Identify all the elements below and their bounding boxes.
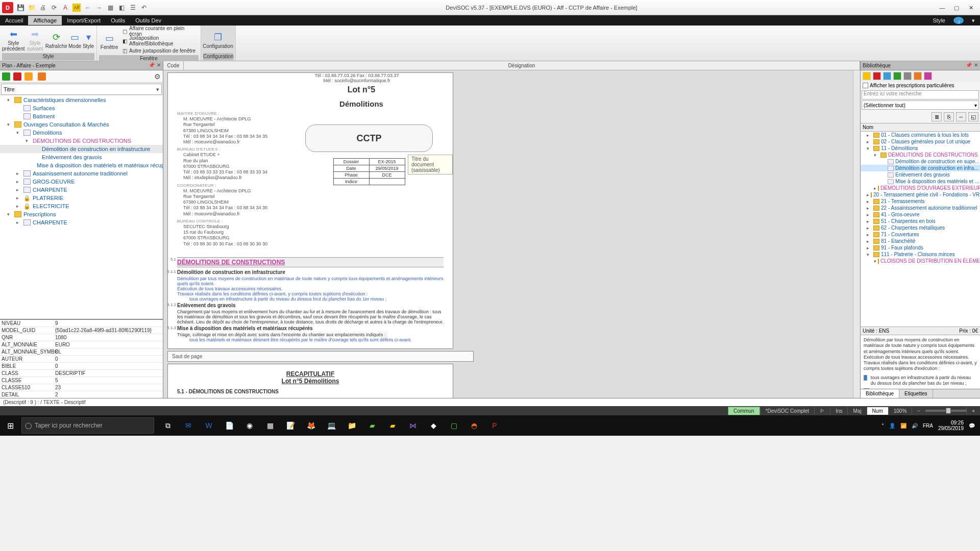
property-row[interactable]: CLASSE51023 bbox=[0, 384, 163, 391]
show-prescriptions-checkbox[interactable]: Afficher les prescriptions particulières bbox=[861, 82, 980, 89]
volume-icon[interactable]: 🔊 bbox=[912, 423, 918, 429]
tree-node[interactable]: ▸🔒PLATRERIE bbox=[0, 194, 163, 202]
bib-select-all[interactable]: (Sélectionner tout)▾ bbox=[862, 101, 979, 110]
explorer-icon[interactable]: 📁 bbox=[342, 416, 361, 435]
clock[interactable]: 09:2629/05/2019 bbox=[938, 420, 964, 431]
bib-nom-header[interactable]: Nom bbox=[861, 123, 980, 132]
property-row[interactable]: CLASSE5 bbox=[0, 377, 163, 384]
property-row[interactable]: MODEL_GUID{50ad1c22-26a8-49f9-ad31-80f61… bbox=[0, 327, 163, 334]
checkbox-icon[interactable] bbox=[864, 375, 867, 381]
menu-accueil[interactable]: Accueil bbox=[0, 16, 28, 25]
expander-icon[interactable]: ▾ bbox=[26, 138, 31, 143]
expander-icon[interactable]: ▸ bbox=[867, 206, 872, 211]
bib-node[interactable]: ▸81 - Etanchéité bbox=[861, 238, 980, 244]
expander-icon[interactable]: ▾ bbox=[7, 122, 12, 127]
style-next-button[interactable]: ➡Style suivant bbox=[26, 27, 44, 53]
bib-node[interactable]: ▸22 - Assainissement autonome traditionn… bbox=[861, 205, 980, 211]
bib-node[interactable]: ▾DÉMOLITIONS DE CONSTRUCTIONS bbox=[861, 152, 980, 158]
bib-node[interactable]: ▸01 - Clauses communes à tous les lots bbox=[861, 132, 980, 138]
bib-node[interactable]: ▸62 - Charpentes métalliques bbox=[861, 224, 980, 231]
tree-node[interactable]: Batiment bbox=[0, 112, 163, 120]
tool-icon[interactable] bbox=[914, 72, 922, 80]
tree-node[interactable]: ▸CHARPENTE bbox=[0, 186, 163, 194]
vertical-scrollbar[interactable] bbox=[853, 70, 860, 398]
expander-icon[interactable]: ▸ bbox=[867, 245, 872, 251]
calc-icon[interactable]: ▦ bbox=[260, 416, 280, 435]
bib-node[interactable]: Mise à disposition des matériels et ... bbox=[861, 178, 980, 185]
tree-node[interactable]: ▸GROS-OEUVRE bbox=[0, 178, 163, 186]
pin-icon[interactable]: 📌 bbox=[149, 62, 155, 68]
app-icon[interactable]: P bbox=[485, 416, 504, 435]
document-scroll[interactable]: Tél : 03.88.77.03.26 Fax : 03.88.77.03.3… bbox=[163, 70, 853, 398]
menu-import-export[interactable]: Import/Export bbox=[62, 16, 106, 25]
other-juxta-option[interactable]: ◫Autre juxtaposition de fenêtre bbox=[120, 46, 199, 55]
bib-search-input[interactable]: Entrez ici votre recherche bbox=[862, 90, 979, 99]
tree-node[interactable]: ▸🔒ELECTRICITE bbox=[0, 202, 163, 210]
sticky-icon[interactable]: 📝 bbox=[281, 416, 300, 435]
property-row[interactable]: AUTEUR0 bbox=[0, 356, 163, 363]
property-row[interactable]: BIBLE0 bbox=[0, 363, 163, 370]
tree-node[interactable]: ▾DÉMOLITIONS DE CONSTRUCTIONS bbox=[0, 137, 163, 145]
tab-bibliotheque[interactable]: Bibliothèque bbox=[861, 389, 899, 398]
juxta-option[interactable]: ◧Juxtaposition Affaire/Bibliothèque bbox=[120, 36, 199, 45]
expander-icon[interactable]: ▾ bbox=[7, 212, 12, 217]
bib-node[interactable]: ▸71 - Couvertures bbox=[861, 231, 980, 238]
notifications-icon[interactable]: 💬 bbox=[969, 423, 975, 429]
expander-icon[interactable]: ▸ bbox=[867, 239, 872, 244]
refresh-button[interactable]: ⟳Rafraîchir bbox=[45, 27, 67, 53]
columns-icon[interactable]: ☰ bbox=[129, 4, 137, 12]
property-row[interactable]: QNR1080 bbox=[0, 334, 163, 341]
menu-affichage[interactable]: Affichage bbox=[28, 16, 62, 25]
expander-icon[interactable]: ▸ bbox=[874, 186, 876, 191]
grid-icon[interactable]: ▦ bbox=[106, 4, 114, 12]
undo-icon[interactable]: ↶ bbox=[140, 4, 148, 12]
footer-commun[interactable]: Commun bbox=[728, 407, 760, 415]
expander-icon[interactable]: ▸ bbox=[16, 204, 21, 209]
app-icon[interactable]: ▰ bbox=[362, 416, 382, 435]
expander-icon[interactable]: ▸ bbox=[867, 219, 872, 224]
app-icon[interactable]: ▰ bbox=[383, 416, 402, 435]
tree-node[interactable]: ▾Ouvrages Consultation & Marchés bbox=[0, 120, 163, 129]
plan-tree[interactable]: ▾Caractéristiques dimensionnellesSurface… bbox=[0, 96, 163, 319]
expander-icon[interactable]: ▸ bbox=[867, 133, 872, 138]
lock-icon[interactable] bbox=[24, 72, 33, 81]
tool-icon[interactable] bbox=[924, 72, 932, 80]
save-icon[interactable]: 💾 bbox=[16, 4, 24, 12]
property-row[interactable]: NIVEAU9 bbox=[0, 320, 163, 327]
expander-icon[interactable]: ▸ bbox=[867, 199, 872, 204]
style-button[interactable]: ▾Style bbox=[82, 27, 94, 53]
tray-chevron-up-icon[interactable]: ˄ bbox=[881, 423, 884, 429]
bib-node[interactable]: ▸02 - Clauses générales pour Lot unique bbox=[861, 138, 980, 145]
expander-icon[interactable]: ▸ bbox=[867, 226, 872, 231]
property-row[interactable]: CLASSDESCRIPTIF bbox=[0, 370, 163, 377]
bib-node[interactable]: ▾11 - Démolitions bbox=[861, 145, 980, 152]
tool-icon[interactable] bbox=[883, 72, 891, 80]
expander-icon[interactable]: ▾ bbox=[867, 252, 872, 257]
zoom-slider[interactable] bbox=[925, 410, 966, 412]
window-icon[interactable]: ◧ bbox=[117, 4, 126, 12]
aff-badge-icon[interactable]: Aff bbox=[72, 4, 81, 12]
close-icon[interactable]: ✕ bbox=[157, 62, 161, 68]
tab-etiquettes[interactable]: Etiquettes bbox=[899, 389, 933, 398]
tool-icon[interactable] bbox=[903, 72, 912, 80]
cctp-title-box[interactable]: CCTP bbox=[305, 124, 433, 152]
bib-node[interactable]: ▸91 - Faux plafonds bbox=[861, 244, 980, 251]
close-icon[interactable]: ✕ bbox=[974, 62, 978, 68]
task-view-icon[interactable]: ⧉ bbox=[158, 416, 178, 435]
tool-icon[interactable] bbox=[863, 72, 871, 80]
app-icon[interactable]: ◓ bbox=[464, 416, 484, 435]
maximize-button[interactable]: ▢ bbox=[949, 3, 964, 13]
expander-icon[interactable]: ▸ bbox=[16, 171, 21, 176]
app-icon[interactable]: ◆ bbox=[424, 416, 443, 435]
expander-icon[interactable]: ▾ bbox=[867, 146, 872, 151]
view-btn-4[interactable]: ◱ bbox=[968, 112, 978, 121]
taskbar-search[interactable]: ◯Taper ici pour rechercher bbox=[21, 417, 154, 434]
titre-dropdown[interactable]: Titre ▾ bbox=[1, 84, 162, 95]
bib-node[interactable]: ▸20 - Terrassement génie civil - Fondati… bbox=[861, 191, 980, 198]
expander-icon[interactable]: ▸ bbox=[16, 195, 21, 201]
col-code[interactable]: Code bbox=[163, 61, 184, 70]
tree-node[interactable]: Mise à disposition des matériels et maté… bbox=[0, 161, 163, 169]
firefox-icon[interactable]: 🦊 bbox=[301, 416, 321, 435]
help-icon[interactable]: i bbox=[953, 17, 964, 24]
bib-node[interactable]: ▸21 - Terrassements bbox=[861, 198, 980, 205]
